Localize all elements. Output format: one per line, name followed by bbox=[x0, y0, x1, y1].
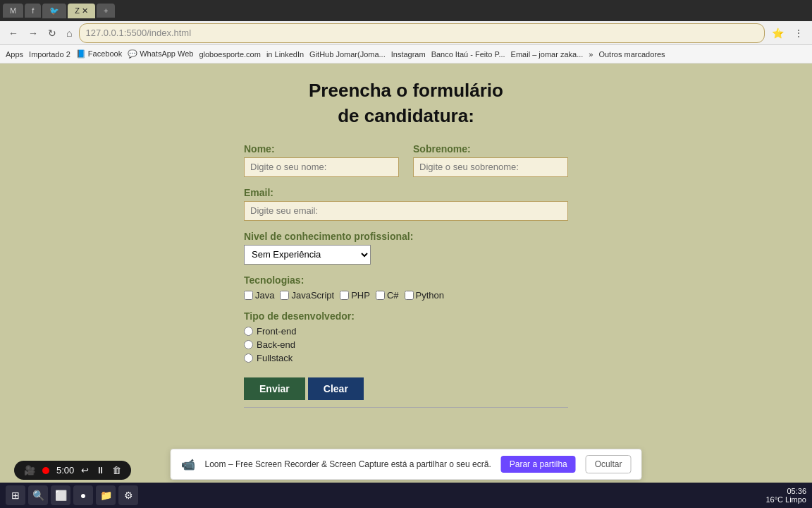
bookmark-more[interactable]: » bbox=[589, 50, 593, 59]
home-button[interactable]: ⌂ bbox=[63, 26, 75, 40]
rec-dot bbox=[42, 467, 49, 474]
back-button[interactable]: ← bbox=[6, 26, 21, 40]
checkbox-php-label: PHP bbox=[351, 290, 370, 301]
extensions-button[interactable]: ⭐ bbox=[769, 26, 787, 40]
camera-icon: 🎥 bbox=[24, 465, 35, 476]
nav-bar: ← → ↻ ⌂ ⭐ ⋮ bbox=[0, 21, 812, 45]
checkbox-csharp-input[interactable] bbox=[376, 291, 385, 300]
radio-backend-input[interactable] bbox=[244, 340, 253, 349]
checkbox-php-input[interactable] bbox=[340, 291, 349, 300]
reload-button[interactable]: ↻ bbox=[45, 26, 59, 40]
bookmark-whatsapp[interactable]: 💬 WhatsApp Web bbox=[128, 49, 193, 59]
pause-icon[interactable]: ⏸ bbox=[96, 465, 105, 476]
loom-bar: 📹 Loom – Free Screen Recorder & Screen C… bbox=[171, 449, 642, 480]
radio-frontend-label: Front-end bbox=[257, 326, 296, 337]
tab-form[interactable]: Z ✕ bbox=[68, 4, 95, 18]
checkbox-javascript: JavaScript bbox=[280, 290, 334, 301]
email-group: Email: bbox=[244, 187, 568, 221]
page-title: Preencha o formulário de candidatura: bbox=[309, 78, 503, 129]
recording-time: 5:00 bbox=[56, 465, 74, 476]
btn-row: Enviar Clear bbox=[244, 377, 568, 400]
taskbar-settings[interactable]: ⚙ bbox=[118, 485, 138, 505]
bookmarks-bar: Apps Importado 2 📘 Facebook 💬 WhatsApp W… bbox=[0, 45, 812, 64]
checkbox-java: Java bbox=[244, 290, 274, 301]
bookmark-instagram[interactable]: Instagram bbox=[391, 50, 426, 59]
tipo-dev-group: Tipo de desenvolvedor: Front-end Back-en… bbox=[244, 310, 568, 363]
radio-fullstack-label: Fullstack bbox=[257, 353, 293, 363]
taskbar-start[interactable]: ⊞ bbox=[6, 485, 25, 505]
tab-gmail[interactable]: M bbox=[3, 4, 23, 18]
tab-new[interactable]: + bbox=[97, 4, 115, 18]
loom-hide-button[interactable]: Ocultar bbox=[586, 455, 632, 473]
nome-sobrenome-row: Nome: Sobrenome: bbox=[244, 143, 568, 177]
taskbar-task[interactable]: ⬜ bbox=[51, 485, 70, 505]
radio-group: Front-end Back-end Fullstack bbox=[244, 326, 568, 363]
sobrenome-group: Sobrenome: bbox=[413, 143, 568, 177]
clear-button[interactable]: Clear bbox=[308, 377, 364, 400]
tab-bar: M f 🐦 Z ✕ + bbox=[0, 0, 812, 21]
enviar-button[interactable]: Enviar bbox=[244, 377, 305, 400]
tab-twitter[interactable]: 🐦 bbox=[42, 4, 66, 18]
radio-backend-label: Back-end bbox=[257, 339, 295, 350]
delete-icon[interactable]: 🗑 bbox=[112, 465, 121, 476]
nome-input[interactable] bbox=[244, 157, 399, 177]
radio-fullstack: Fullstack bbox=[244, 353, 568, 363]
radio-frontend-input[interactable] bbox=[244, 327, 253, 336]
form-divider bbox=[244, 407, 568, 408]
checkbox-php: PHP bbox=[340, 290, 370, 301]
menu-button[interactable]: ⋮ bbox=[791, 26, 806, 40]
recording-bar: 🎥 5:00 ↩ ⏸ 🗑 bbox=[14, 461, 131, 480]
bookmark-facebook[interactable]: 📘 Facebook bbox=[76, 49, 122, 59]
checkbox-python-input[interactable] bbox=[405, 291, 414, 300]
loom-stop-button[interactable]: Parar a partilha bbox=[501, 456, 576, 473]
nome-label: Nome: bbox=[244, 143, 399, 155]
address-bar[interactable] bbox=[79, 23, 765, 43]
checkbox-csharp-label: C# bbox=[387, 290, 399, 301]
checkbox-csharp: C# bbox=[376, 290, 399, 301]
undo-icon[interactable]: ↩ bbox=[81, 465, 89, 476]
form-container: Nome: Sobrenome: Email: Nivel de conheci… bbox=[244, 143, 568, 408]
checkbox-javascript-input[interactable] bbox=[280, 291, 289, 300]
bookmark-email[interactable]: Email – jomar zaka... bbox=[511, 50, 584, 59]
email-input[interactable] bbox=[244, 201, 568, 221]
forward-button[interactable]: → bbox=[25, 26, 41, 40]
nivel-group: Nivel de conhecimento profissional: Sem … bbox=[244, 231, 568, 265]
loom-icon: 📹 bbox=[181, 458, 195, 471]
bookmark-apps[interactable]: Apps bbox=[6, 50, 23, 59]
taskbar-clock: 05:36 16°C Limpo bbox=[765, 487, 806, 504]
taskbar: ⊞ 🔍 ⬜ ● 📁 ⚙ 05:36 16°C Limpo bbox=[0, 483, 812, 508]
sobrenome-label: Sobrenome: bbox=[413, 143, 568, 155]
bookmark-itau[interactable]: Banco Itaú - Feito P... bbox=[431, 50, 505, 59]
tab-facebook[interactable]: f bbox=[25, 4, 41, 18]
checkboxes-row: Java JavaScript PHP C# Python bbox=[244, 290, 568, 301]
radio-frontend: Front-end bbox=[244, 326, 568, 337]
sobrenome-input[interactable] bbox=[413, 157, 568, 177]
loom-text: Loom – Free Screen Recorder & Screen Cap… bbox=[205, 459, 491, 469]
taskbar-chrome[interactable]: ● bbox=[73, 485, 93, 505]
nome-group: Nome: bbox=[244, 143, 399, 177]
taskbar-search[interactable]: 🔍 bbox=[28, 485, 48, 505]
bookmark-importado[interactable]: Importado 2 bbox=[29, 50, 70, 59]
nivel-select[interactable]: Sem Experiência Júnior Pleno Sênior bbox=[244, 245, 371, 265]
checkbox-python-label: Python bbox=[416, 290, 444, 301]
tipo-dev-label: Tipo de desenvolvedor: bbox=[244, 310, 568, 322]
checkbox-java-input[interactable] bbox=[244, 291, 253, 300]
bookmark-outros[interactable]: Outros marcadores bbox=[598, 50, 665, 59]
checkbox-python: Python bbox=[405, 290, 444, 301]
tecnologias-group: Tecnologias: Java JavaScript PHP C# bbox=[244, 274, 568, 301]
tecnologias-label: Tecnologias: bbox=[244, 274, 568, 286]
radio-fullstack-input[interactable] bbox=[244, 353, 253, 363]
taskbar-explorer[interactable]: 📁 bbox=[96, 485, 116, 505]
bookmark-github[interactable]: GitHub Jomar(Joma... bbox=[309, 50, 386, 59]
bookmark-linkedin[interactable]: in LinkedIn bbox=[266, 50, 304, 59]
checkbox-javascript-label: JavaScript bbox=[291, 290, 334, 301]
page-content: Preencha o formulário de candidatura: No… bbox=[0, 64, 812, 459]
checkbox-java-label: Java bbox=[255, 290, 274, 301]
email-label: Email: bbox=[244, 187, 568, 198]
bookmark-globo[interactable]: globoesporte.com bbox=[199, 50, 260, 59]
nivel-label: Nivel de conhecimento profissional: bbox=[244, 231, 568, 242]
radio-backend: Back-end bbox=[244, 339, 568, 350]
